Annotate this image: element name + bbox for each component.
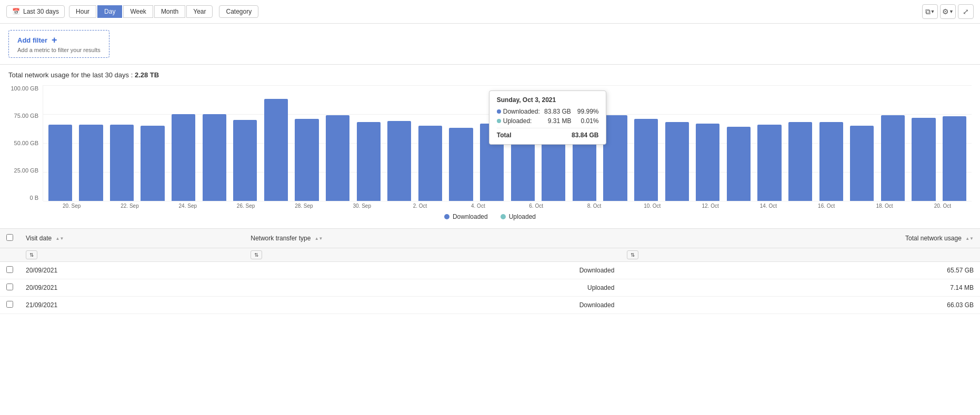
bar-download-1 xyxy=(79,125,103,201)
bar-download-9 xyxy=(326,115,349,201)
y-label-0: 100.00 GB xyxy=(11,85,38,92)
x-label-7: 4. Oct xyxy=(449,203,507,209)
bar-group-6[interactable] xyxy=(231,85,261,201)
sort-type-btn[interactable]: ⇅ xyxy=(251,250,262,259)
bar-download-18 xyxy=(603,115,627,201)
category-button[interactable]: Category xyxy=(219,5,258,18)
bar-download-12 xyxy=(418,126,442,201)
tooltip-upload-pct: 0.01% xyxy=(577,117,598,125)
bar-group-25[interactable] xyxy=(816,85,846,201)
bar-group-0[interactable] xyxy=(45,85,75,201)
bar-group-23[interactable] xyxy=(755,85,785,201)
x-label-5: 30. Sep xyxy=(333,203,391,209)
bar-download-29 xyxy=(943,116,966,201)
bar-download-19 xyxy=(634,119,658,201)
grid-line-4 xyxy=(43,201,972,201)
tooltip-download-pct: 99.99% xyxy=(577,108,599,115)
tooltip-upload-row: Uploaded: 9.31 MB 0.01% xyxy=(497,117,599,125)
bar-group-26[interactable] xyxy=(847,85,877,201)
filter-usage-cell: ⇅ xyxy=(621,248,980,262)
bar-group-2[interactable] xyxy=(107,85,137,201)
y-axis: 100.00 GB 75.00 GB 50.00 GB 25.00 GB 0 B xyxy=(8,85,43,201)
tooltip-download-label: Downloaded: xyxy=(503,108,540,115)
bar-group-10[interactable] xyxy=(354,85,384,201)
select-all-checkbox[interactable] xyxy=(6,234,13,241)
bar-group-27[interactable] xyxy=(878,85,908,201)
bar-download-26 xyxy=(850,126,874,201)
sort-date-btn[interactable]: ⇅ xyxy=(26,250,37,259)
row-type-0: Downloaded xyxy=(244,262,621,279)
row-date-2: 21/09/2021 xyxy=(19,297,244,314)
filter-icon-button[interactable]: ⧉ ▼ xyxy=(922,4,938,19)
toolbar: 📅 Last 30 days Hour Day Week Month Year … xyxy=(0,0,980,24)
tab-year[interactable]: Year xyxy=(186,5,213,18)
bar-group-29[interactable] xyxy=(939,85,969,201)
bar-download-25 xyxy=(819,122,843,201)
bar-download-21 xyxy=(696,124,719,201)
tab-hour[interactable]: Hour xyxy=(69,5,96,18)
date-range-button[interactable]: 📅 Last 30 days xyxy=(6,5,65,18)
bar-download-20 xyxy=(665,122,689,201)
tab-day[interactable]: Day xyxy=(97,5,122,18)
bar-group-11[interactable] xyxy=(385,85,415,201)
col-header-transfer-type: Network transfer type ▲▼ xyxy=(244,229,621,248)
legend: Downloaded Uploaded xyxy=(8,213,972,220)
bar-download-22 xyxy=(727,127,751,201)
settings-chevron-icon: ▼ xyxy=(949,9,954,14)
chart-container: 100.00 GB 75.00 GB 50.00 GB 25.00 GB 0 B xyxy=(8,85,972,222)
row-type-2: Downloaded xyxy=(244,297,621,314)
bar-group-7[interactable] xyxy=(261,85,291,201)
expand-button[interactable]: ⤢ xyxy=(958,4,974,19)
tooltip-upload-dot xyxy=(497,119,501,123)
bar-group-8[interactable] xyxy=(292,85,322,201)
bar-group-3[interactable] xyxy=(138,85,168,201)
filter-icon: ⧉ xyxy=(925,7,931,16)
row-checkbox-2[interactable] xyxy=(6,301,13,308)
filter-section: Add filter + Add a metric to filter your… xyxy=(0,24,980,65)
y-label-2: 50.00 GB xyxy=(14,140,38,146)
bar-group-19[interactable] xyxy=(631,85,661,201)
bar-group-21[interactable] xyxy=(693,85,723,201)
x-label-15: 20. Oct xyxy=(914,203,972,209)
bar-download-5 xyxy=(203,114,226,201)
bar-group-12[interactable] xyxy=(415,85,445,201)
add-filter-box[interactable]: Add filter + Add a metric to filter your… xyxy=(8,30,109,58)
bar-group-1[interactable] xyxy=(76,85,106,201)
tab-week[interactable]: Week xyxy=(123,5,153,18)
bar-download-2 xyxy=(110,125,134,201)
gear-icon: ⚙ xyxy=(942,7,949,16)
table-section: Visit date ▲▼ Network transfer type ▲▼ T… xyxy=(0,228,980,314)
add-filter-header: Add filter + xyxy=(17,35,101,46)
bar-group-24[interactable] xyxy=(785,85,815,201)
x-label-6: 2. Oct xyxy=(391,203,449,209)
col-header-visit-date: Visit date ▲▼ xyxy=(19,229,244,248)
row-checkbox-0[interactable] xyxy=(6,266,13,273)
bar-group-13[interactable] xyxy=(446,85,476,201)
bar-group-22[interactable] xyxy=(724,85,754,201)
x-label-1: 22. Sep xyxy=(101,203,158,209)
settings-button[interactable]: ⚙ ▼ xyxy=(940,4,956,19)
row-usage-2: 66.03 GB xyxy=(621,297,980,314)
x-label-11: 12. Oct xyxy=(681,203,739,209)
col-header-total-usage: Total network usage ▲▼ xyxy=(621,229,980,248)
row-date-0: 20/09/2021 xyxy=(19,262,244,279)
tooltip-upload-val: 9.31 MB xyxy=(542,117,571,125)
total-usage-sort-icon: ▲▼ xyxy=(965,237,974,241)
bar-download-28 xyxy=(912,118,935,201)
filter-date-cell: ⇅ xyxy=(19,248,244,262)
tab-month[interactable]: Month xyxy=(154,5,185,18)
bar-group-4[interactable] xyxy=(168,85,198,201)
bar-group-5[interactable] xyxy=(199,85,229,201)
bar-download-3 xyxy=(141,126,164,201)
sort-usage-btn[interactable]: ⇅ xyxy=(627,250,638,259)
bar-download-6 xyxy=(233,120,257,201)
bar-download-7 xyxy=(264,99,288,201)
bar-group-28[interactable] xyxy=(909,85,939,201)
bar-group-20[interactable] xyxy=(662,85,692,201)
row-checkbox-1[interactable] xyxy=(6,284,13,290)
table-header-row: Visit date ▲▼ Network transfer type ▲▼ T… xyxy=(0,229,980,248)
legend-uploaded-label: Uploaded xyxy=(509,213,536,220)
tooltip-total-row: Total 83.84 GB xyxy=(497,128,599,139)
chart-inner: Sunday, Oct 3, 2021 Downloaded: 83.83 GB… xyxy=(43,85,972,201)
bar-group-9[interactable] xyxy=(323,85,353,201)
